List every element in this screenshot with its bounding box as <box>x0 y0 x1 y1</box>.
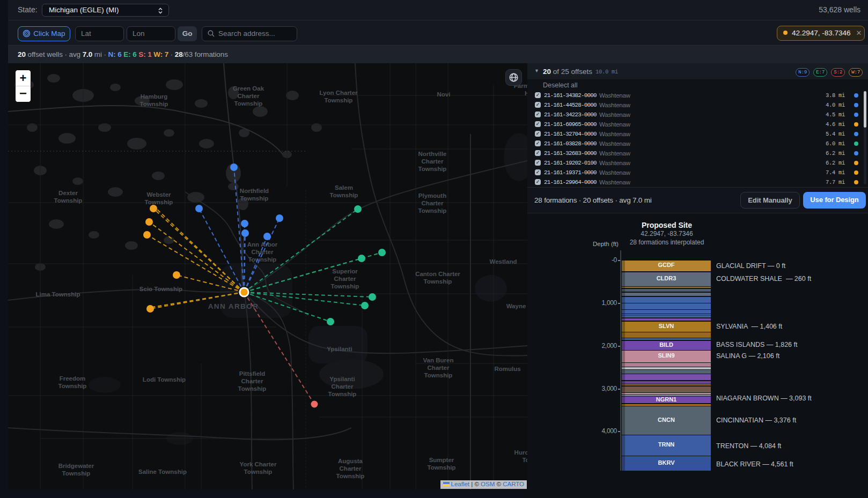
svg-text:Lodi Township: Lodi Township <box>143 376 186 383</box>
svg-text:Webster: Webster <box>146 191 171 198</box>
svg-text:Hamburg: Hamburg <box>141 93 167 100</box>
svg-text:Pittsfield: Pittsfield <box>239 370 266 377</box>
svg-text:Ypsilanti: Ypsilanti <box>329 376 355 382</box>
svg-text:Novi: Novi <box>437 91 451 98</box>
svg-text:Charter: Charter <box>422 200 444 206</box>
svg-text:Freedom: Freedom <box>60 375 86 382</box>
svg-text:Charter: Charter <box>422 158 444 165</box>
svg-text:Canton Charter: Canton Charter <box>415 271 460 277</box>
svg-text:Township: Township <box>240 195 269 202</box>
svg-text:Ypsilanti: Ypsilanti <box>327 346 352 352</box>
svg-text:Charter: Charter <box>340 465 362 472</box>
svg-text:Charter: Charter <box>428 365 450 371</box>
svg-text:Township: Township <box>336 473 365 479</box>
svg-text:Bridgewater: Bridgewater <box>58 463 94 469</box>
svg-text:Township: Township <box>234 100 263 107</box>
svg-text:Saline Township: Saline Township <box>138 469 187 475</box>
svg-text:Sumpter: Sumpter <box>429 457 454 463</box>
svg-text:Scio Township: Scio Township <box>139 286 182 292</box>
svg-text:Northville: Northville <box>418 151 446 157</box>
svg-text:Charter: Charter <box>238 93 260 99</box>
svg-text:Superior: Superior <box>332 268 358 274</box>
svg-text:Northfield: Northfield <box>240 188 269 194</box>
svg-text:Township: Township <box>424 278 452 285</box>
svg-text:Romulus: Romulus <box>494 366 520 372</box>
svg-text:Township: Township <box>418 207 447 214</box>
svg-text:Charter: Charter <box>241 378 263 384</box>
svg-text:Lima Township: Lima Township <box>36 291 80 298</box>
svg-text:Township: Township <box>418 166 447 172</box>
svg-text:Township: Township <box>58 383 87 389</box>
svg-text:Township: Township <box>145 199 173 205</box>
svg-text:Dexter: Dexter <box>58 190 78 196</box>
svg-text:York Charter: York Charter <box>240 461 277 467</box>
svg-text:Westland: Westland <box>490 258 517 265</box>
svg-text:Township: Township <box>424 372 453 378</box>
svg-text:Green Oak: Green Oak <box>233 85 264 92</box>
svg-text:Charter: Charter <box>332 383 354 390</box>
svg-text:Huro: Huro <box>514 449 527 456</box>
svg-text:Township: Township <box>328 391 357 397</box>
svg-text:Township: Township <box>330 192 358 198</box>
svg-text:Lyon Charter: Lyon Charter <box>319 90 358 96</box>
svg-text:Township: Township <box>248 256 277 263</box>
svg-text:To: To <box>522 457 527 463</box>
svg-text:Charter: Charter <box>334 276 356 282</box>
svg-text:Township: Township <box>54 197 83 204</box>
svg-text:Wayne: Wayne <box>506 303 526 309</box>
svg-text:Township: Township <box>62 470 91 477</box>
svg-text:Plymouth: Plymouth <box>418 192 446 199</box>
svg-text:Salem: Salem <box>335 184 353 191</box>
svg-text:Ann Arbor: Ann Arbor <box>247 241 278 248</box>
svg-text:Township: Township <box>238 385 267 392</box>
svg-text:Augusta: Augusta <box>338 458 363 464</box>
svg-text:Township: Township <box>331 283 359 289</box>
svg-text:Township: Township <box>325 97 353 103</box>
svg-text:Township: Township <box>140 101 168 107</box>
svg-text:Township: Township <box>428 464 456 471</box>
svg-text:Van Buren: Van Buren <box>423 357 454 363</box>
svg-text:Township: Township <box>244 469 273 475</box>
